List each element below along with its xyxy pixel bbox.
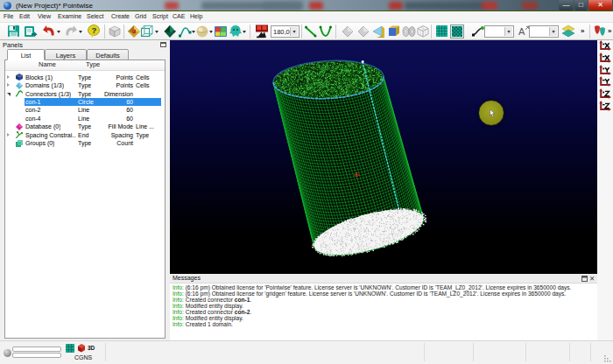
svg-text:?: ?	[92, 25, 97, 35]
svg-text:A: A	[518, 26, 525, 37]
